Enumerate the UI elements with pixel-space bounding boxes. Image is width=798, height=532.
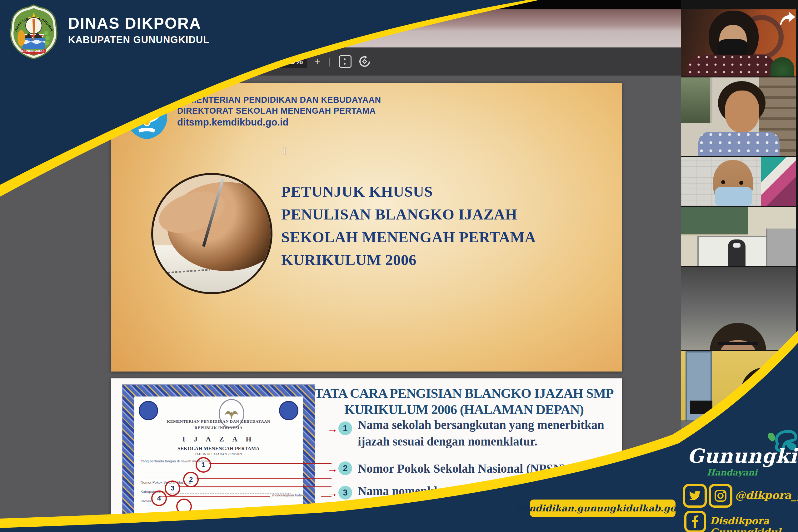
crest-ribbon: GUNUNGKIDUL <box>22 49 46 53</box>
website-url: pendidikan.gunungkidulkab.go.id <box>517 503 689 514</box>
org-name: DINAS DIKPORA <box>68 14 209 33</box>
instagram-icon <box>709 484 732 508</box>
gunungkidul-crest: DHAKSINARGA BHUMIKARTA GUNUNGKIDUL <box>5 3 62 61</box>
facebook-icon <box>684 511 706 532</box>
facebook-handle: Disdikpora Gunungkidul <box>710 515 798 532</box>
social-handle: @dikpora_gk <box>735 489 798 501</box>
brand-wordmark: Gunungkidul <box>687 444 798 468</box>
twitter-icon <box>683 484 707 508</box>
org-region: KABUPATEN GUNUNGKIDUL <box>68 34 209 45</box>
website-banner: pendidikan.gunungkidulkab.go.id <box>529 498 677 518</box>
brand-tagline: Handayani <box>707 468 757 477</box>
meeting-screenshot: 12 / 55 | − 100% + | TUT WURI HANDAYANI <box>0 0 798 532</box>
org-title: DINAS DIKPORA KABUPATEN GUNUNGKIDUL <box>68 14 209 45</box>
brand-frame <box>0 0 798 532</box>
